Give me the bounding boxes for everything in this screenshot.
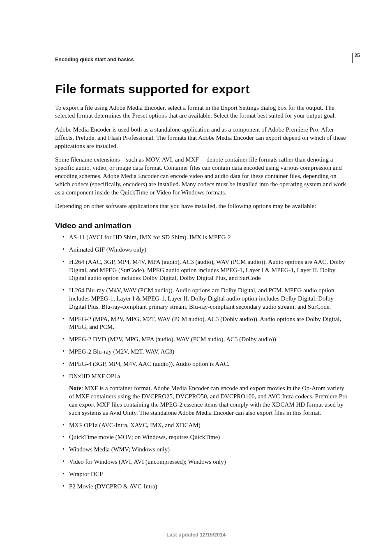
list-item: AS-11 (AVCI for HD Shim, IMX for SD Shim… xyxy=(62,234,348,242)
list-item: MPEG-4 (3GP, MP4, M4V, AAC (audio)). Aud… xyxy=(62,360,348,368)
note-block: Note: MXF is a container format. Adobe M… xyxy=(69,384,348,417)
list-item: H.264 Blu-ray (M4V, WAV (PCM audio)). Au… xyxy=(62,287,348,311)
paragraph-intro-1: To export a file using Adobe Media Encod… xyxy=(55,104,348,120)
note-label: Note xyxy=(69,385,81,391)
list-item: Windows Media (WMV; Windows only) xyxy=(62,446,348,454)
page-number-divider xyxy=(352,53,353,63)
breadcrumb: Encoding quick start and basics xyxy=(55,57,348,62)
paragraph-intro-4: Depending on other software applications… xyxy=(55,202,348,210)
list-item: MXF OP1a (AVC-Intra, XAVC, IMX, and XDCA… xyxy=(62,421,348,430)
list-item: Video for Windows (AVI, AVI (uncompresse… xyxy=(62,458,348,466)
footer-updated: Last updated 12/15/2014 xyxy=(0,532,392,538)
list-item: QuickTime movie (MOV; on Windows, requir… xyxy=(62,433,348,442)
paragraph-intro-2: Adobe Media Encoder is used both as a st… xyxy=(55,126,348,150)
section-heading-video: Video and animation xyxy=(55,221,348,230)
list-item: P2 Movie (DVCPRO & AVC-Intra) xyxy=(62,483,348,491)
list-item: MPEG-2 Blu-ray (M2V, M2T, WAV, AC3) xyxy=(62,348,348,356)
list-item: H.264 (AAC, 3GP, MP4, M4V, MPA (audio), … xyxy=(62,258,348,282)
list-item: Animated GIF (Windows only) xyxy=(62,246,348,254)
list-item: MPEG-2 DVD (M2V, MPG, MPA (audio), WAV (… xyxy=(62,335,348,344)
list-item: Wraptor DCP xyxy=(62,470,348,479)
page-title: File formats supported for export xyxy=(55,82,348,97)
list-item: DNxHD MXF OP1a xyxy=(62,372,348,381)
note-text: : MXF is a container format. Adobe Media… xyxy=(69,385,348,416)
paragraph-intro-3: Some filename extensions—such as MOV, AV… xyxy=(55,156,348,197)
format-list-continued: MXF OP1a (AVC-Intra, XAVC, IMX, and XDCA… xyxy=(55,421,348,491)
format-list: AS-11 (AVCI for HD Shim, IMX for SD Shim… xyxy=(55,234,348,380)
list-item: MPEG-2 (MPA, M2V, MPG, M2T, WAV (PCM aud… xyxy=(62,315,348,332)
page-number: 25 xyxy=(355,53,360,58)
